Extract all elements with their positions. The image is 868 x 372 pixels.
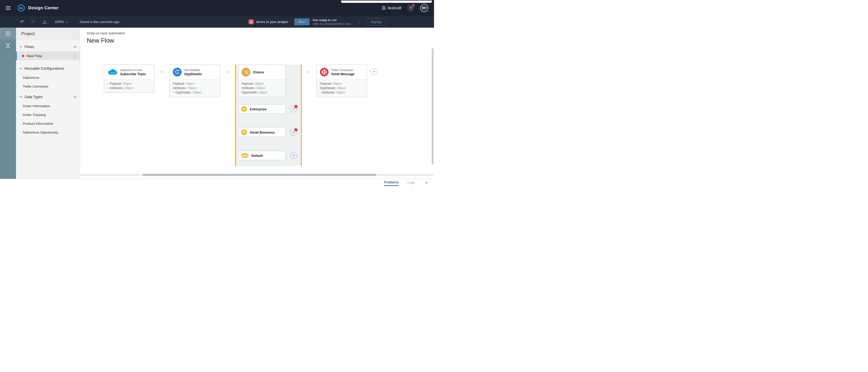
add-flow-button[interactable]: + bbox=[73, 44, 76, 49]
metadata-field: + Payload: Object bbox=[107, 82, 151, 86]
section-data-types-label: Data Types bbox=[25, 95, 43, 99]
horizontal-scrollbar-thumb[interactable] bbox=[143, 174, 376, 176]
zoom-level: 100% bbox=[55, 20, 64, 24]
sidebar-item-twilio-connector[interactable]: Twilio Connector bbox=[16, 82, 80, 91]
error-indicator-icon bbox=[294, 105, 298, 108]
node-operation-name: Send Message bbox=[331, 72, 354, 76]
choice-scope-border-right bbox=[301, 65, 302, 166]
building-icon bbox=[381, 6, 386, 10]
more-options-icon[interactable]: ⋮ bbox=[357, 20, 361, 24]
flow-node-set-variable[interactable]: Set Variable OppDetails Payload: Object … bbox=[169, 65, 220, 97]
sidebar-item-salesforce-opportunity[interactable]: Salesforce Opportunity bbox=[16, 128, 80, 137]
field-value: Object bbox=[192, 91, 202, 94]
tab-logs[interactable]: Logs bbox=[407, 179, 415, 186]
add-processor-button-default[interactable]: + bbox=[290, 152, 297, 159]
field-label: Attributes: bbox=[110, 86, 124, 90]
field-value: Object bbox=[333, 82, 342, 86]
if-badge-icon: if bbox=[241, 106, 247, 112]
run-button[interactable]: Run bbox=[294, 18, 309, 25]
avatar-initials: RH bbox=[422, 6, 426, 10]
sidebar-item-order-tracking[interactable]: Order Tracking bbox=[16, 110, 80, 119]
twilio-icon bbox=[320, 68, 329, 76]
run-status: Not ready to run order-to-cashautomation… bbox=[313, 18, 353, 26]
choice-branch-default[interactable]: else Default bbox=[238, 151, 286, 160]
zoom-control[interactable]: 100% bbox=[55, 20, 68, 24]
node-operation-name: Subscribe Topic bbox=[120, 72, 146, 76]
tab-problems[interactable]: Problems bbox=[384, 179, 399, 186]
chevron-down-icon bbox=[20, 46, 22, 48]
choice-icon bbox=[242, 68, 250, 76]
section-flows-label: Flows bbox=[25, 45, 34, 49]
chevron-down-icon bbox=[20, 96, 22, 98]
deploy-button[interactable]: Deploy bbox=[366, 18, 386, 26]
choice-branch-enterprise[interactable]: if Enterprise bbox=[238, 104, 286, 114]
field-label: OppDetails: bbox=[320, 86, 336, 90]
metadata-field: Attributes: Object bbox=[173, 86, 217, 90]
flow-canvas[interactable]: Order-to-cash automation New Flow salesf… bbox=[80, 28, 434, 179]
field-value: Object bbox=[125, 86, 133, 90]
flow-arrow-icon: → bbox=[305, 68, 310, 74]
metadata-field: OppDetails: Object bbox=[320, 86, 364, 90]
help-button[interactable]: ? bbox=[407, 4, 414, 11]
vertical-scrollbar-thumb[interactable] bbox=[432, 48, 433, 164]
metadata-field: Payload: Object bbox=[242, 82, 282, 86]
svg-text:salesforce: salesforce bbox=[110, 72, 116, 74]
flow-designer-icon[interactable] bbox=[0, 39, 16, 52]
export-icon[interactable] bbox=[42, 20, 47, 24]
run-status-title: Not ready to run bbox=[313, 18, 353, 22]
redo-icon[interactable]: ↷ bbox=[31, 19, 35, 25]
chevron-up-icon[interactable]: ∧ bbox=[425, 181, 428, 184]
field-value: Object bbox=[123, 82, 132, 86]
section-reusable-configurations[interactable]: Reusable Configurations bbox=[16, 64, 80, 73]
bottom-panel-bar: Problems Logs ∧ bbox=[0, 179, 434, 186]
node-metadata: + Payload: Object + Attributes: Object bbox=[104, 79, 154, 92]
section-flows[interactable]: Flows + bbox=[16, 42, 80, 52]
question-icon: ? bbox=[410, 6, 412, 10]
undo-icon[interactable]: ↶ bbox=[20, 19, 24, 25]
flow-node-send-message[interactable]: Twilio Connector Send Message Payload: O… bbox=[316, 65, 367, 97]
choice-branch-small-business[interactable]: if Small Business bbox=[238, 128, 286, 137]
field-label: Payload: bbox=[242, 82, 254, 86]
flow-node-subscribe-topic[interactable]: salesforce Salesforce Conn... Subscribe … bbox=[104, 65, 154, 93]
metadata-field: - Attributes: Object bbox=[320, 90, 364, 95]
node-connector-name: Salesforce Conn... bbox=[120, 68, 146, 71]
field-label: Attributes: bbox=[242, 86, 255, 90]
error-count-badge[interactable]: 2 bbox=[249, 20, 254, 24]
salesforce-icon: salesforce bbox=[107, 68, 118, 76]
chevron-down-icon bbox=[66, 20, 68, 24]
mulesoft-logo-icon[interactable] bbox=[17, 4, 25, 12]
error-summary: errors in your project bbox=[256, 20, 288, 24]
org-switcher[interactable]: Mulesoft bbox=[381, 6, 401, 10]
flow-arrow-icon: → bbox=[225, 68, 230, 74]
field-label: Payload: bbox=[110, 82, 122, 86]
field-value: Object bbox=[336, 91, 345, 94]
node-connector-name: Set Variable bbox=[184, 68, 202, 71]
add-data-type-button[interactable]: + bbox=[73, 95, 76, 99]
add-component-button[interactable]: + bbox=[371, 68, 377, 75]
metadata-field: Attributes: Object bbox=[242, 86, 282, 90]
project-explorer-icon[interactable] bbox=[0, 28, 16, 39]
menu-icon[interactable] bbox=[6, 6, 10, 10]
field-value: Object bbox=[186, 82, 195, 86]
branch-label: Enterprise bbox=[250, 107, 266, 111]
field-value: Object bbox=[254, 82, 264, 86]
metadata-field: + OppDetails: Object bbox=[173, 90, 217, 95]
breadcrumb[interactable]: Order-to-cash automation bbox=[87, 31, 125, 35]
sidebar-item-order-information[interactable]: Order Information bbox=[16, 101, 80, 110]
sidebar-item-salesforce[interactable]: Salesforce bbox=[16, 73, 80, 82]
sidebar-item-new-flow[interactable]: New Flow ⋮ bbox=[16, 52, 80, 60]
window-edge-artifact bbox=[340, 0, 434, 1]
avatar[interactable]: RH bbox=[420, 4, 428, 12]
field-added-icon: + bbox=[173, 91, 175, 94]
section-data-types[interactable]: Data Types + bbox=[16, 92, 80, 101]
add-processor-button-small-business[interactable]: + bbox=[290, 129, 297, 135]
add-processor-button-enterprise[interactable]: + bbox=[290, 106, 297, 113]
plus-icon: + bbox=[292, 153, 294, 158]
flow-menu-icon[interactable]: ⋮ bbox=[73, 54, 77, 58]
sidebar-item-product-information[interactable]: Product Information bbox=[16, 119, 80, 128]
metadata-field: OppDetails: Object bbox=[242, 90, 282, 95]
flow-node-choice[interactable]: Choice Payload: Object Attributes: Objec… bbox=[238, 65, 286, 97]
org-name: Mulesoft bbox=[388, 6, 401, 10]
chevron-down-icon bbox=[20, 68, 22, 69]
project-sidebar: Project Flows + New Flow ⋮ Reusable Conf… bbox=[16, 28, 80, 179]
